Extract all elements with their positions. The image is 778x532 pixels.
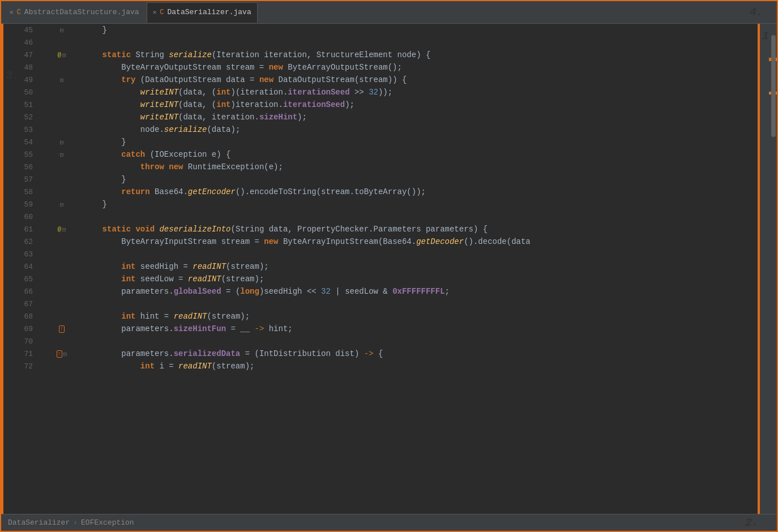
fold-55[interactable]: ⊟ <box>60 151 64 158</box>
breadcrumb-class: DataSerializer <box>8 518 70 527</box>
line-num-57: 57 <box>19 173 40 186</box>
line-num-48: 48 <box>19 61 40 74</box>
gutter-65 <box>45 273 79 285</box>
line-num-50: 50 <box>19 86 40 98</box>
close-icon-abstract[interactable]: ✕ <box>10 8 14 16</box>
gutter-66 <box>45 285 79 298</box>
line-num-59: 59 <box>19 198 40 211</box>
gutter-55: ⊟ <box>45 148 79 161</box>
breadcrumb-arrow: › <box>73 518 78 527</box>
code-line-67 <box>83 298 758 310</box>
override-69[interactable]: ↑ <box>59 325 65 333</box>
code-line-51: writeINT(data, (int)iteration.iterationS… <box>83 98 758 111</box>
tab-serializer-label: DataSerializer.java <box>168 8 251 16</box>
line-num-45: 45 <box>19 24 40 36</box>
code-line-54: } <box>83 136 758 148</box>
line-num-70: 70 <box>19 335 40 347</box>
code-line-69: parameters.sizeHintFun = __ -> hint; <box>83 323 758 335</box>
line-num-67: 67 <box>19 298 40 310</box>
override-71[interactable]: ↑ <box>57 350 62 358</box>
line-numbers: 45 46 47 48 49 50 51 52 53 54 55 56 57 5… <box>19 24 45 514</box>
code-line-47: static String serialize(Iteration iterat… <box>83 49 758 61</box>
gutter-47: @ ⊟ <box>45 49 79 61</box>
gutter-70 <box>45 335 79 347</box>
close-icon-serializer[interactable]: ✕ <box>153 8 157 16</box>
line-num-69: 69 <box>19 323 40 335</box>
gutter: ⊟ @ ⊟ ⊟ ⊟ <box>45 24 79 514</box>
gutter-58 <box>45 186 79 198</box>
gutter-59: ⊟ <box>45 198 79 211</box>
code-line-56: throw new RuntimeException(e); <box>83 161 758 173</box>
line-num-65: 65 <box>19 273 40 285</box>
code-line-59: } <box>83 198 758 211</box>
tab-serializer[interactable]: ✕ C DataSerializer.java <box>147 2 258 23</box>
gutter-69: ↑ <box>45 323 79 335</box>
code-line-63 <box>83 248 758 260</box>
status-number: 2. <box>745 516 770 529</box>
code-line-68: int hint = readINT(stream); <box>83 310 758 323</box>
annotation-47: @ <box>57 52 61 58</box>
line-num-58: 58 <box>19 186 40 198</box>
code-line-58: return Base64.getEncoder().encodeToStrin… <box>83 186 758 198</box>
line-num-71: 71 <box>19 347 40 360</box>
code-line-52: writeINT(data, iteration.sizeHint); <box>83 111 758 123</box>
gutter-50 <box>45 86 79 98</box>
code-line-71: parameters.serializedData = (IntDistribu… <box>83 347 758 360</box>
status-bar: DataSerializer › EOFException 2. <box>1 514 777 531</box>
gutter-56 <box>45 161 79 173</box>
tab-abstract-label: AbstractDataStructure.java <box>24 8 139 16</box>
fold-54[interactable]: ⊟ <box>60 139 64 146</box>
line-num-51: 51 <box>19 98 40 111</box>
gutter-72 <box>45 360 79 372</box>
line-num-49: 49 <box>19 74 40 86</box>
line-num-63: 63 <box>19 248 40 260</box>
code-line-55: catch (IOException e) { <box>83 148 758 161</box>
line-num-53: 53 <box>19 123 40 136</box>
annotation-61: @ <box>57 226 61 233</box>
code-content: } static String serialize(Iteration iter… <box>79 24 758 514</box>
line-num-66: 66 <box>19 285 40 298</box>
gutter-68 <box>45 310 79 323</box>
code-line-65: int seedLow = readINT(stream); <box>83 273 758 285</box>
code-line-49: try (DataOutputStream data = new DataOut… <box>83 74 758 86</box>
code-line-72: int i = readINT(stream); <box>83 360 758 372</box>
left-number: 3. <box>6 69 19 82</box>
line-num-60: 60 <box>19 211 40 223</box>
tab-bar: ✕ C AbstractDataStructure.java ✕ C DataS… <box>1 1 777 24</box>
fold-45[interactable]: ⊟ <box>60 27 64 34</box>
line-num-61: 61 <box>19 223 40 235</box>
fold-47[interactable]: ⊟ <box>62 52 66 59</box>
gutter-46 <box>45 36 79 49</box>
code-line-53: node.serialize(data); <box>83 123 758 136</box>
line-num-56: 56 <box>19 161 40 173</box>
line-num-72: 72 <box>19 360 40 372</box>
code-line-66: parameters.globalSeed = (long)seedHigh <… <box>83 285 758 298</box>
fold-59[interactable]: ⊟ <box>60 201 64 208</box>
fold-71[interactable]: ⊟ <box>63 350 67 358</box>
line-num-55: 55 <box>19 148 40 161</box>
gutter-45: ⊟ <box>45 24 79 36</box>
fold-61[interactable]: ⊟ <box>62 226 66 233</box>
tab-abstract[interactable]: ✕ C AbstractDataStructure.java <box>3 2 146 23</box>
gutter-54: ⊟ <box>45 136 79 148</box>
editor-container: ✕ C AbstractDataStructure.java ✕ C DataS… <box>0 0 778 532</box>
gutter-60 <box>45 211 79 223</box>
gutter-52 <box>45 111 79 123</box>
gutter-53 <box>45 123 79 136</box>
line-num-47: 47 <box>19 49 40 61</box>
line-num-62: 62 <box>19 235 40 248</box>
fold-49[interactable]: ⊟ <box>60 76 64 84</box>
scrollbar-thumb[interactable] <box>771 35 776 137</box>
gutter-71: ↑ ⊟ <box>45 347 79 360</box>
line-num-64: 64 <box>19 260 40 273</box>
code-line-70 <box>83 335 758 347</box>
gutter-62 <box>45 235 79 248</box>
line-num-46: 46 <box>19 36 40 49</box>
code-line-62: ByteArrayInputStream stream = new ByteAr… <box>83 235 758 248</box>
right-panel: 1. <box>760 24 777 514</box>
code-area: 3. 45 46 47 48 49 50 51 52 53 54 55 56 5… <box>1 24 777 514</box>
gutter-49: ⊟ <box>45 74 79 86</box>
breadcrumb-method: EOFException <box>81 518 134 527</box>
gutter-67 <box>45 298 79 310</box>
code-line-46 <box>83 36 758 49</box>
